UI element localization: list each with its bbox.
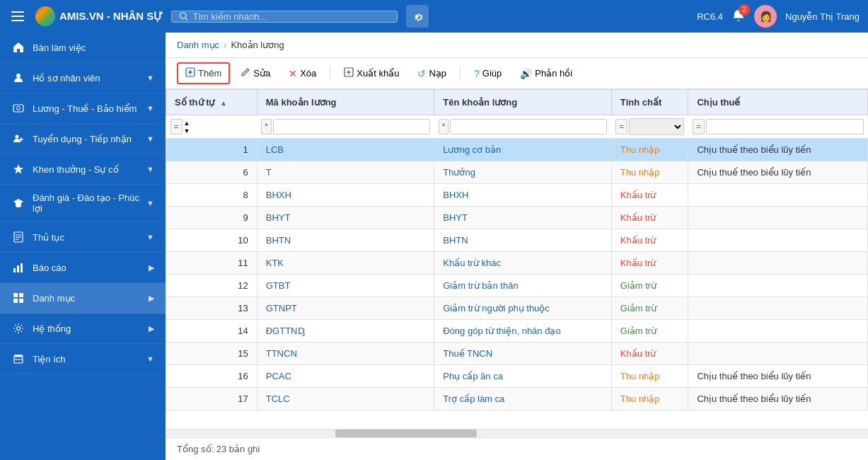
col-stt[interactable]: Số thứ tự ▲ bbox=[166, 90, 257, 115]
xuat-khau-button[interactable]: Xuất khẩu bbox=[336, 63, 407, 84]
sidebar-label-danh-gia: Đánh giá - Đào tạo - Phúc lợi bbox=[33, 192, 146, 214]
top-navigation: AMIS.VN - NHÂN SỰ RC6.4 2 👩 Nguyễn Thị T… bbox=[0, 0, 868, 33]
cell-tinh-chat: Khấu trừ bbox=[611, 184, 688, 207]
cell-tinh-chat: Thu nhập bbox=[611, 388, 688, 410]
sidebar-item-tuyen-dung[interactable]: Tuyển dụng - Tiếp nhận ▼ bbox=[0, 124, 166, 154]
search-input[interactable] bbox=[192, 11, 390, 22]
cell-chiu-thue: Chịu thuế theo biểu lũy tiến bbox=[688, 139, 868, 161]
filter-input-ct[interactable] bbox=[706, 119, 864, 134]
sidebar-label-tuyen-dung: Tuyển dụng - Tiếp nhận bbox=[33, 134, 132, 144]
filter-op-tc[interactable]: = bbox=[615, 119, 627, 134]
table-row[interactable]: 14 ĐGTTND̡ Đóng góp từ thiện, nhân đạo G… bbox=[166, 320, 868, 343]
table-row[interactable]: 8 BHXH BHXH Khấu trừ bbox=[166, 184, 868, 207]
cell-ma: ĐGTTND̡ bbox=[257, 320, 434, 343]
cell-ten: Thưởng bbox=[434, 161, 612, 184]
sidebar-item-khen-thuong[interactable]: Khen thưởng - Sự cố ▼ bbox=[0, 154, 166, 185]
xoa-button[interactable]: ✕ Xóa bbox=[281, 64, 324, 84]
settings-icon bbox=[11, 321, 25, 335]
cell-ma: GTBT bbox=[257, 275, 434, 297]
them-button[interactable]: Thêm bbox=[177, 62, 230, 84]
filter-select-tc[interactable] bbox=[629, 118, 684, 135]
settings-gear-button[interactable] bbox=[406, 5, 429, 28]
sidebar-label-tien-ich: Tiện ích bbox=[33, 354, 66, 364]
table-row[interactable]: 15 TTNCN Thuế TNCN Khấu trừ bbox=[166, 343, 868, 365]
cell-tinh-chat: Thu nhập bbox=[611, 365, 688, 388]
them-label: Thêm bbox=[198, 68, 221, 79]
delete-icon: ✕ bbox=[289, 68, 297, 79]
chevron-right-icon-bao-cao: ▶ bbox=[149, 263, 154, 272]
filter-op-stt[interactable]: = bbox=[170, 119, 183, 134]
sidebar-label-bao-cao: Báo cáo bbox=[33, 263, 66, 273]
data-table-container[interactable]: Số thứ tự ▲ Mã khoản lương Tên khoản lươ… bbox=[166, 89, 868, 429]
filter-ma[interactable]: * bbox=[257, 115, 434, 139]
toolbar: Thêm Sửa ✕ Xóa bbox=[166, 58, 868, 89]
filter-down-stt[interactable]: ▼ bbox=[184, 127, 190, 134]
filter-chiu-thue[interactable]: = bbox=[688, 115, 868, 139]
cell-ten: BHTN bbox=[434, 229, 612, 252]
table-row[interactable]: 17 TCLC Trợ cấp làm ca Thu nhập Chịu thu… bbox=[166, 388, 868, 410]
table-row[interactable]: 1 LCB Lương cơ bản Thu nhập Chịu thuế th… bbox=[166, 139, 868, 161]
sidebar-item-danh-gia[interactable]: Đánh giá - Đào tạo - Phúc lợi ▼ bbox=[0, 185, 166, 222]
cell-chiu-thue: Chịu thuế theo biểu lũy tiến bbox=[688, 388, 868, 410]
cell-stt: 10 bbox=[166, 229, 257, 252]
sidebar-item-tien-ich[interactable]: Tiện ích ▼ bbox=[0, 344, 166, 374]
filter-op-ct[interactable]: = bbox=[693, 119, 705, 134]
table-row[interactable]: 12 GTBT Giảm trừ bản thân Giảm trừ bbox=[166, 275, 868, 297]
col-tinh-chat: Tính chất bbox=[611, 90, 688, 115]
filter-tinh-chat[interactable]: = bbox=[611, 115, 688, 139]
filter-input-ma[interactable] bbox=[273, 119, 430, 134]
cell-ma: GTNPT bbox=[257, 297, 434, 320]
table-footer: Tổng số: 23 bản ghi bbox=[166, 437, 868, 460]
cell-tinh-chat: Giảm trừ bbox=[611, 320, 688, 343]
filter-op-ten[interactable]: * bbox=[439, 119, 449, 134]
horizontal-scrollbar[interactable] bbox=[166, 429, 868, 437]
notification-badge: 2 bbox=[739, 4, 750, 16]
khoan-luong-table: Số thứ tự ▲ Mã khoản lương Tên khoản lươ… bbox=[166, 89, 868, 410]
sort-asc-icon: ▲ bbox=[220, 99, 227, 107]
chevron-right-icon-danh-muc: ▶ bbox=[149, 294, 154, 303]
filter-op-ma[interactable]: * bbox=[261, 119, 272, 134]
filter-up-stt[interactable]: ▲ bbox=[184, 120, 190, 127]
filter-ten[interactable]: * bbox=[434, 115, 612, 139]
svg-rect-14 bbox=[13, 268, 16, 272]
table-row[interactable]: 11 KTK Khấu trừ khác Khấu trừ bbox=[166, 252, 868, 275]
table-row[interactable]: 13 GTNPT Giảm trừ người phụ thuộc Giảm t… bbox=[166, 297, 868, 320]
cell-tinh-chat: Thu nhập bbox=[611, 161, 688, 184]
sidebar-label-khen-thuong: Khen thưởng - Sự cố bbox=[33, 164, 119, 175]
phan-hoi-label: Phản hồi bbox=[535, 68, 572, 79]
search-bar[interactable] bbox=[171, 11, 398, 23]
table-row[interactable]: 6 T Thưởng Thu nhập Chịu thuế theo biểu … bbox=[166, 161, 868, 184]
notifications-button[interactable]: 2 bbox=[731, 8, 746, 25]
cell-stt: 17 bbox=[166, 388, 257, 410]
cell-chiu-thue bbox=[688, 320, 868, 343]
phan-hoi-button[interactable]: 🔊 Phản hồi bbox=[512, 64, 580, 84]
sidebar-item-bao-cao[interactable]: Báo cáo ▶ bbox=[0, 253, 166, 283]
col-ten: Tên khoản lương bbox=[434, 90, 612, 115]
feedback-icon: 🔊 bbox=[520, 68, 532, 79]
sua-button[interactable]: Sửa bbox=[233, 63, 278, 84]
filter-stt[interactable]: = ▲ ▼ bbox=[166, 115, 257, 139]
giup-button[interactable]: ? Giúp bbox=[466, 64, 509, 84]
svg-point-8 bbox=[16, 135, 19, 139]
cell-chiu-thue bbox=[688, 252, 868, 275]
sidebar-item-ban-lam-viec[interactable]: Bàn làm việc bbox=[0, 33, 166, 63]
table-row[interactable]: 16 PCAC Phụ cấp ăn ca Thu nhập Chịu thuế… bbox=[166, 365, 868, 388]
svg-point-3 bbox=[180, 13, 186, 18]
refresh-icon: ↺ bbox=[417, 68, 426, 79]
avatar[interactable]: 👩 bbox=[754, 5, 777, 28]
filter-input-ten[interactable] bbox=[450, 119, 607, 134]
sidebar-item-luong[interactable]: Lương - Thuế - Bảo hiểm ▼ bbox=[0, 93, 166, 124]
school-icon bbox=[11, 196, 25, 210]
sidebar-item-he-thong[interactable]: Hệ thống ▶ bbox=[0, 314, 166, 344]
cell-chiu-thue: Chịu thuế theo biểu lũy tiến bbox=[688, 365, 868, 388]
table-row[interactable]: 9 BHYT BHYT Khấu trừ bbox=[166, 207, 868, 229]
sidebar-item-thu-tuc[interactable]: Thủ tục ▼ bbox=[0, 222, 166, 253]
nap-button[interactable]: ↺ Nạp bbox=[410, 64, 454, 84]
menu-toggle[interactable] bbox=[8, 8, 27, 24]
sidebar-item-danh-muc[interactable]: Danh mục ▶ bbox=[0, 283, 166, 314]
sidebar-item-ho-so-nhan-vien[interactable]: Hồ sơ nhân viên ▼ bbox=[0, 63, 166, 93]
breadcrumb-parent[interactable]: Danh mục bbox=[177, 40, 219, 50]
table-row[interactable]: 10 BHTN BHTN Khấu trừ bbox=[166, 229, 868, 252]
cell-ma: TCLC bbox=[257, 388, 434, 410]
cell-ma: KTK bbox=[257, 252, 434, 275]
